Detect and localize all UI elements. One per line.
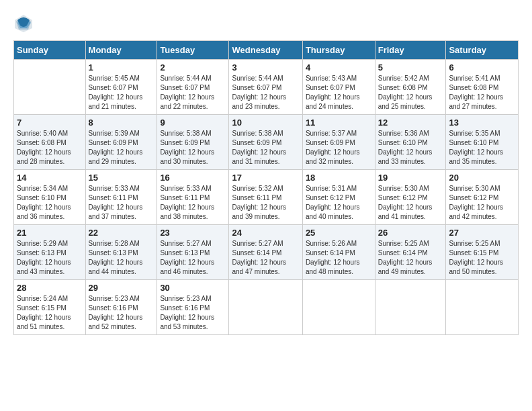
day-info: Sunrise: 5:33 AM Sunset: 6:11 PM Dayligh…	[160, 184, 226, 222]
calendar-cell: 5Sunrise: 5:42 AM Sunset: 6:08 PM Daylig…	[375, 60, 446, 115]
calendar-cell: 13Sunrise: 5:35 AM Sunset: 6:10 PM Dayli…	[446, 115, 519, 170]
calendar-cell: 30Sunrise: 5:23 AM Sunset: 6:16 PM Dayli…	[157, 280, 229, 335]
day-info: Sunrise: 5:27 AM Sunset: 6:14 PM Dayligh…	[232, 239, 299, 277]
calendar-header-row: SundayMondayTuesdayWednesdayThursdayFrid…	[14, 41, 519, 60]
day-number: 11	[306, 118, 372, 128]
calendar-cell: 8Sunrise: 5:39 AM Sunset: 6:09 PM Daylig…	[85, 115, 157, 170]
day-info: Sunrise: 5:25 AM Sunset: 6:15 PM Dayligh…	[449, 239, 515, 277]
day-number: 29	[89, 283, 154, 293]
day-info: Sunrise: 5:26 AM Sunset: 6:14 PM Dayligh…	[306, 239, 372, 277]
calendar-cell	[229, 280, 302, 335]
day-info: Sunrise: 5:24 AM Sunset: 6:15 PM Dayligh…	[17, 294, 83, 332]
calendar-cell: 6Sunrise: 5:41 AM Sunset: 6:08 PM Daylig…	[446, 60, 519, 115]
day-number: 21	[17, 228, 83, 238]
day-number: 4	[306, 62, 372, 73]
day-number: 27	[449, 228, 515, 238]
day-info: Sunrise: 5:34 AM Sunset: 6:10 PM Dayligh…	[17, 184, 83, 222]
day-info: Sunrise: 5:27 AM Sunset: 6:13 PM Dayligh…	[160, 239, 226, 277]
calendar-cell: 9Sunrise: 5:38 AM Sunset: 6:09 PM Daylig…	[157, 115, 229, 170]
day-number: 30	[160, 283, 226, 293]
day-number: 17	[232, 173, 299, 183]
calendar-week-row: 1Sunrise: 5:45 AM Sunset: 6:07 PM Daylig…	[14, 60, 519, 115]
day-info: Sunrise: 5:40 AM Sunset: 6:08 PM Dayligh…	[17, 129, 83, 167]
calendar-cell: 2Sunrise: 5:44 AM Sunset: 6:07 PM Daylig…	[157, 60, 229, 115]
day-info: Sunrise: 5:38 AM Sunset: 6:09 PM Dayligh…	[160, 129, 226, 167]
calendar-cell: 15Sunrise: 5:33 AM Sunset: 6:11 PM Dayli…	[85, 170, 157, 225]
day-info: Sunrise: 5:29 AM Sunset: 6:13 PM Dayligh…	[17, 239, 83, 277]
day-info: Sunrise: 5:44 AM Sunset: 6:07 PM Dayligh…	[232, 74, 299, 111]
calendar-week-row: 21Sunrise: 5:29 AM Sunset: 6:13 PM Dayli…	[14, 225, 519, 280]
day-number: 18	[306, 173, 372, 183]
day-number: 12	[378, 118, 443, 128]
logo-icon	[13, 13, 34, 34]
day-info: Sunrise: 5:23 AM Sunset: 6:16 PM Dayligh…	[89, 294, 154, 332]
calendar-cell: 28Sunrise: 5:24 AM Sunset: 6:15 PM Dayli…	[14, 280, 86, 335]
calendar-cell: 17Sunrise: 5:32 AM Sunset: 6:11 PM Dayli…	[229, 170, 302, 225]
calendar-header-tuesday: Tuesday	[157, 41, 229, 60]
day-info: Sunrise: 5:44 AM Sunset: 6:07 PM Dayligh…	[160, 74, 226, 111]
calendar-cell: 1Sunrise: 5:45 AM Sunset: 6:07 PM Daylig…	[85, 60, 157, 115]
day-number: 15	[89, 173, 154, 183]
calendar-cell: 24Sunrise: 5:27 AM Sunset: 6:14 PM Dayli…	[229, 225, 302, 280]
calendar-cell: 3Sunrise: 5:44 AM Sunset: 6:07 PM Daylig…	[229, 60, 302, 115]
calendar-cell	[375, 280, 446, 335]
calendar-cell: 23Sunrise: 5:27 AM Sunset: 6:13 PM Dayli…	[157, 225, 229, 280]
day-number: 5	[378, 62, 443, 73]
calendar-cell: 20Sunrise: 5:30 AM Sunset: 6:12 PM Dayli…	[446, 170, 519, 225]
calendar-cell: 4Sunrise: 5:43 AM Sunset: 6:07 PM Daylig…	[302, 60, 375, 115]
day-number: 1	[89, 62, 154, 73]
day-info: Sunrise: 5:42 AM Sunset: 6:08 PM Dayligh…	[378, 74, 443, 111]
day-info: Sunrise: 5:25 AM Sunset: 6:14 PM Dayligh…	[378, 239, 443, 277]
day-number: 24	[232, 228, 299, 238]
day-number: 22	[89, 228, 154, 238]
calendar-cell: 19Sunrise: 5:30 AM Sunset: 6:12 PM Dayli…	[375, 170, 446, 225]
day-info: Sunrise: 5:38 AM Sunset: 6:09 PM Dayligh…	[232, 129, 299, 167]
calendar-header-monday: Monday	[85, 41, 157, 60]
day-info: Sunrise: 5:30 AM Sunset: 6:12 PM Dayligh…	[449, 184, 515, 222]
day-number: 7	[17, 118, 83, 128]
logo	[13, 13, 36, 34]
day-number: 25	[306, 228, 372, 238]
day-info: Sunrise: 5:28 AM Sunset: 6:13 PM Dayligh…	[89, 239, 154, 277]
calendar-cell: 11Sunrise: 5:37 AM Sunset: 6:09 PM Dayli…	[302, 115, 375, 170]
day-number: 9	[160, 118, 226, 128]
calendar-cell: 10Sunrise: 5:38 AM Sunset: 6:09 PM Dayli…	[229, 115, 302, 170]
calendar-cell: 26Sunrise: 5:25 AM Sunset: 6:14 PM Dayli…	[375, 225, 446, 280]
day-number: 23	[160, 228, 226, 238]
day-info: Sunrise: 5:39 AM Sunset: 6:09 PM Dayligh…	[89, 129, 154, 167]
day-info: Sunrise: 5:43 AM Sunset: 6:07 PM Dayligh…	[306, 74, 372, 111]
day-info: Sunrise: 5:35 AM Sunset: 6:10 PM Dayligh…	[449, 129, 515, 167]
calendar-cell: 14Sunrise: 5:34 AM Sunset: 6:10 PM Dayli…	[14, 170, 86, 225]
day-number: 20	[449, 173, 515, 183]
day-number: 8	[89, 118, 154, 128]
calendar-week-row: 14Sunrise: 5:34 AM Sunset: 6:10 PM Dayli…	[14, 170, 519, 225]
day-number: 6	[449, 62, 515, 73]
day-number: 14	[17, 173, 83, 183]
calendar-header-saturday: Saturday	[446, 41, 519, 60]
day-info: Sunrise: 5:31 AM Sunset: 6:12 PM Dayligh…	[306, 184, 372, 222]
day-info: Sunrise: 5:33 AM Sunset: 6:11 PM Dayligh…	[89, 184, 154, 222]
calendar-cell: 18Sunrise: 5:31 AM Sunset: 6:12 PM Dayli…	[302, 170, 375, 225]
calendar-cell: 22Sunrise: 5:28 AM Sunset: 6:13 PM Dayli…	[85, 225, 157, 280]
calendar-table: SundayMondayTuesdayWednesdayThursdayFrid…	[13, 40, 519, 335]
day-info: Sunrise: 5:36 AM Sunset: 6:10 PM Dayligh…	[378, 129, 443, 167]
calendar-header-thursday: Thursday	[302, 41, 375, 60]
calendar-cell: 16Sunrise: 5:33 AM Sunset: 6:11 PM Dayli…	[157, 170, 229, 225]
day-info: Sunrise: 5:45 AM Sunset: 6:07 PM Dayligh…	[89, 74, 154, 111]
day-number: 19	[378, 173, 443, 183]
day-number: 26	[378, 228, 443, 238]
day-info: Sunrise: 5:37 AM Sunset: 6:09 PM Dayligh…	[306, 129, 372, 167]
day-number: 16	[160, 173, 226, 183]
day-info: Sunrise: 5:23 AM Sunset: 6:16 PM Dayligh…	[160, 294, 226, 332]
calendar-cell	[302, 280, 375, 335]
day-number: 3	[232, 62, 299, 73]
calendar-cell: 25Sunrise: 5:26 AM Sunset: 6:14 PM Dayli…	[302, 225, 375, 280]
calendar-week-row: 7Sunrise: 5:40 AM Sunset: 6:08 PM Daylig…	[14, 115, 519, 170]
calendar-cell: 21Sunrise: 5:29 AM Sunset: 6:13 PM Dayli…	[14, 225, 86, 280]
day-number: 2	[160, 62, 226, 73]
calendar-cell	[446, 280, 519, 335]
day-number: 13	[449, 118, 515, 128]
page-header	[13, 13, 519, 34]
calendar-header-wednesday: Wednesday	[229, 41, 302, 60]
day-info: Sunrise: 5:30 AM Sunset: 6:12 PM Dayligh…	[378, 184, 443, 222]
